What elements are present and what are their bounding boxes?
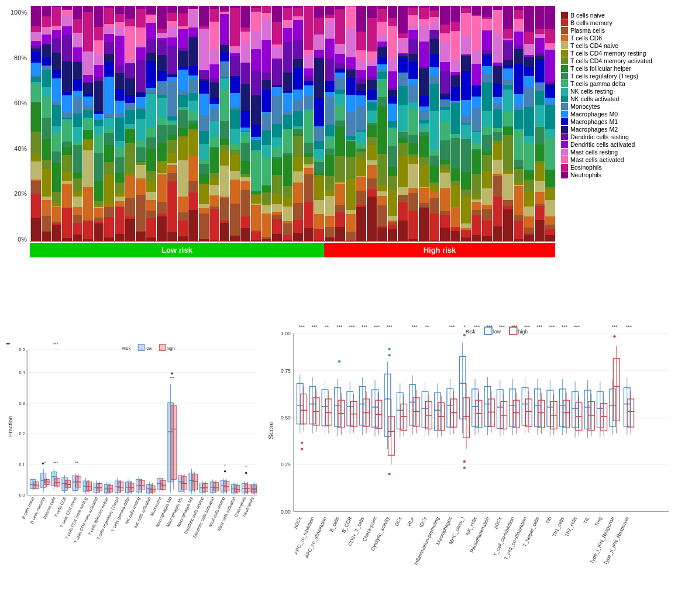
legend-item: T cells CD4 memory resting xyxy=(561,50,672,57)
bar-segment xyxy=(335,63,345,68)
bar-segment xyxy=(83,239,93,241)
bar-segment xyxy=(314,200,324,214)
bar-segment xyxy=(514,221,524,239)
bar-segment xyxy=(157,216,167,241)
bar-segment xyxy=(325,155,335,176)
bar-segment xyxy=(251,125,261,137)
bar-segment xyxy=(335,227,345,241)
legend-label: Dendritic cells activated xyxy=(570,141,635,148)
bar-segment xyxy=(450,22,460,30)
bar-segment xyxy=(157,125,167,143)
bar-segment xyxy=(167,140,177,153)
bar-segment xyxy=(94,54,104,66)
bar-segment xyxy=(167,6,177,13)
svg-text:***: *** xyxy=(549,324,556,330)
bar-segment xyxy=(408,188,418,193)
bar-segment xyxy=(335,73,345,77)
bar-segment xyxy=(125,95,135,103)
bar-segment xyxy=(388,26,398,59)
bar-segment xyxy=(42,118,51,139)
bar-segment xyxy=(115,73,125,89)
bar-segment xyxy=(503,112,513,126)
svg-text:pDCs: pDCs xyxy=(493,516,503,530)
bar-segment xyxy=(493,97,503,104)
svg-text:***: *** xyxy=(170,376,175,381)
bar-segment xyxy=(408,239,418,241)
svg-text:***: *** xyxy=(449,324,456,330)
bar-segment xyxy=(293,233,303,241)
bar-segment xyxy=(335,156,345,181)
bar-segment xyxy=(261,80,271,90)
bar-segment xyxy=(209,185,219,195)
bar-segment xyxy=(293,136,303,157)
legend-item: Plasma cells xyxy=(561,27,672,34)
bar-segment xyxy=(408,8,418,15)
bar-segment xyxy=(178,197,188,212)
bar-segment xyxy=(450,168,460,181)
bar-segment xyxy=(73,6,82,19)
bar-segment xyxy=(83,130,93,139)
bar-segment xyxy=(42,169,51,197)
bar-segment xyxy=(408,39,418,54)
bar xyxy=(283,6,292,241)
bar-segment xyxy=(398,105,408,130)
bar-segment xyxy=(83,119,93,130)
bar-segment xyxy=(115,183,125,194)
bar xyxy=(157,6,167,241)
bar-segment xyxy=(514,130,524,160)
panel-a-content: 100% 80% 60% 40% 20% 0% Low risk High ri… xyxy=(9,6,672,257)
bar xyxy=(503,6,513,241)
bar-segment xyxy=(104,129,114,133)
bar-segment xyxy=(471,6,481,15)
bar-segment xyxy=(356,91,366,95)
legend-color-box xyxy=(561,88,568,95)
bar-segment xyxy=(493,109,503,129)
legend-item: Monocytes xyxy=(561,103,672,110)
bar-segment xyxy=(304,76,314,81)
bar-segment xyxy=(146,23,156,39)
bar-segment xyxy=(188,131,198,156)
bar-segment xyxy=(545,85,555,98)
bar-segment xyxy=(419,19,429,26)
legend-color-box xyxy=(561,156,568,163)
bar xyxy=(146,6,156,241)
bar-segment xyxy=(440,228,450,241)
bar-segment xyxy=(398,187,408,195)
legend-item: T cells CD4 naive xyxy=(561,42,672,49)
bar-segment xyxy=(167,81,177,116)
bar-segment xyxy=(429,186,439,191)
bar-segment xyxy=(450,87,460,101)
bar-segment xyxy=(377,97,387,106)
bar-segment xyxy=(503,6,513,29)
bar-segment xyxy=(73,91,82,98)
bar-segment xyxy=(419,68,429,96)
bar-segment xyxy=(335,212,345,228)
bar-segment xyxy=(115,201,125,206)
risk-high-label: High risk xyxy=(324,243,555,257)
bar-segment xyxy=(346,112,356,136)
bar-segment xyxy=(283,73,292,91)
bar-segment xyxy=(293,203,303,220)
bar-segment xyxy=(335,126,345,156)
bar-segment xyxy=(314,177,324,200)
legend-item: B cells naive xyxy=(561,12,672,19)
legend-color-box xyxy=(561,164,568,171)
bar-segment xyxy=(240,181,250,190)
bar-segment xyxy=(503,127,513,135)
bar-segment xyxy=(482,74,492,82)
bar-segment xyxy=(493,176,503,197)
svg-rect-91 xyxy=(129,483,134,491)
bar-segment xyxy=(314,162,324,173)
bar-segment xyxy=(62,16,72,26)
bar-segment xyxy=(450,103,460,134)
bars-container xyxy=(30,6,555,242)
bar-segment xyxy=(304,168,314,174)
svg-rect-70 xyxy=(97,484,102,491)
bar-segment xyxy=(42,97,51,118)
bar-segment xyxy=(31,26,41,32)
bar-segment xyxy=(157,55,167,71)
bar-segment xyxy=(503,68,513,81)
bar-segment xyxy=(42,160,51,168)
bar-segment xyxy=(272,159,282,175)
bar-segment xyxy=(514,49,524,65)
